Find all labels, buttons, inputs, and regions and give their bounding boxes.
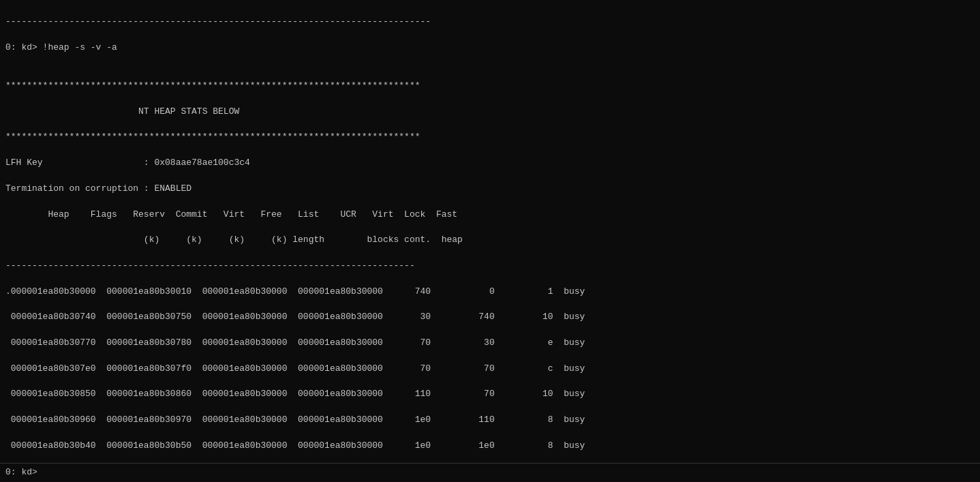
terminal-line-7: Termination on corruption : ENABLED: [5, 183, 975, 196]
terminal-line-0: ----------------------------------------…: [5, 16, 975, 29]
terminal-line-10: ----------------------------------------…: [5, 260, 975, 273]
terminal-line-1: 0: kd> !heap -s -v -a: [5, 42, 975, 55]
terminal-line-6: LFH Key : 0x08aae78ae100c3c4: [5, 157, 975, 170]
terminal-line-12: 000001ea80b30740 000001ea80b30750 000001…: [5, 311, 975, 324]
terminal-line-11: .000001ea80b30000 000001ea80b30010 00000…: [5, 286, 975, 299]
terminal-line-14: 000001ea80b307e0 000001ea80b307f0 000001…: [5, 363, 975, 376]
input-prompt: 0: kd>: [5, 466, 43, 479]
terminal-line-9: (k) (k) (k) (k) length blocks cont. heap: [5, 234, 975, 247]
terminal-line-4: NT HEAP STATS BELOW: [5, 106, 975, 119]
input-bar[interactable]: 0: kd>: [0, 463, 980, 482]
command-input[interactable]: [43, 468, 975, 478]
terminal-line-16: 000001ea80b30960 000001ea80b30970 000001…: [5, 414, 975, 427]
terminal-line-5: ****************************************…: [5, 131, 975, 144]
terminal-line-3: ****************************************…: [5, 80, 975, 93]
terminal-line-15: 000001ea80b30850 000001ea80b30860 000001…: [5, 388, 975, 401]
terminal-line-17: 000001ea80b30b40 000001ea80b30b50 000001…: [5, 440, 975, 453]
terminal-output: ----------------------------------------…: [0, 0, 980, 463]
terminal-line-13: 000001ea80b30770 000001ea80b30780 000001…: [5, 337, 975, 350]
terminal-line-8: Heap Flags Reserv Commit Virt Free List …: [5, 209, 975, 222]
